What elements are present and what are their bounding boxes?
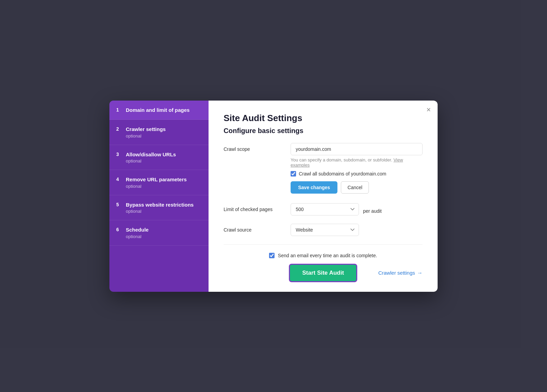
- crawl-scope-hint: You can specify a domain, subdomain, or …: [291, 157, 423, 168]
- sidebar-content-2: Crawler settings optional: [126, 126, 166, 139]
- crawl-source-select[interactable]: WebsiteSitemapWebsite and sitemap: [291, 224, 359, 236]
- sidebar-subtitle-6: optional: [126, 234, 149, 239]
- crawler-settings-link[interactable]: Crawler settings →: [378, 270, 423, 276]
- crawl-source-row: Crawl source WebsiteSitemapWebsite and s…: [224, 224, 423, 236]
- subdomain-checkbox-row: Crawl all subdomains of yourdomain.com: [291, 171, 423, 177]
- save-cancel-buttons: Save changes Cancel: [291, 181, 423, 194]
- sidebar-number-1: 1: [116, 107, 122, 113]
- sidebar-item-3[interactable]: 3 Allow/disallow URLs optional: [109, 145, 209, 170]
- cancel-button[interactable]: Cancel: [341, 181, 369, 194]
- sidebar-subtitle-5: optional: [126, 209, 194, 214]
- start-audit-button[interactable]: Start Site Audit: [289, 264, 357, 282]
- sidebar: 1 Domain and limit of pages 2 Crawler se…: [109, 101, 209, 292]
- sidebar-content-6: Schedule optional: [126, 226, 149, 239]
- sidebar-content-3: Allow/disallow URLs optional: [126, 151, 176, 164]
- sidebar-subtitle-3: optional: [126, 158, 176, 164]
- email-checkbox[interactable]: [269, 253, 275, 258]
- sidebar-item-5[interactable]: 5 Bypass website restrictions optional: [109, 195, 209, 221]
- per-audit-label: per audit: [363, 205, 382, 214]
- save-changes-button[interactable]: Save changes: [291, 181, 337, 194]
- sidebar-number-5: 5: [116, 202, 122, 207]
- limit-select[interactable]: 1005001000500010000: [291, 203, 359, 215]
- limit-row: Limit of checked pages 10050010005000100…: [224, 203, 423, 215]
- sidebar-title-5: Bypass website restrictions: [126, 201, 194, 208]
- crawl-scope-controls: You can specify a domain, subdomain, or …: [291, 143, 423, 195]
- footer-area: Send an email every time an audit is com…: [224, 244, 423, 282]
- close-button[interactable]: ×: [426, 106, 431, 114]
- sidebar-item-2[interactable]: 2 Crawler settings optional: [109, 120, 209, 145]
- sidebar-number-2: 2: [116, 126, 122, 132]
- sidebar-number-6: 6: [116, 227, 122, 232]
- modal-overlay: 1 Domain and limit of pages 2 Crawler se…: [0, 0, 547, 392]
- sidebar-title-6: Schedule: [126, 226, 149, 233]
- sidebar-number-3: 3: [116, 152, 122, 157]
- crawl-scope-row: Crawl scope You can specify a domain, su…: [224, 143, 423, 195]
- subdomain-checkbox-label: Crawl all subdomains of yourdomain.com: [299, 171, 386, 177]
- modal-title: Site Audit Settings: [224, 113, 423, 123]
- sidebar-number-4: 4: [116, 177, 122, 182]
- email-label: Send an email every time an audit is com…: [278, 253, 377, 258]
- sidebar-item-4[interactable]: 4 Remove URL parameters optional: [109, 170, 209, 195]
- sidebar-content-1: Domain and limit of pages: [126, 107, 190, 114]
- sidebar-subtitle-4: optional: [126, 184, 187, 189]
- sidebar-title-1: Domain and limit of pages: [126, 107, 190, 114]
- crawl-scope-label: Crawl scope: [224, 143, 285, 152]
- email-checkbox-row: Send an email every time an audit is com…: [269, 253, 377, 258]
- sidebar-title-4: Remove URL parameters: [126, 176, 187, 183]
- limit-controls: 1005001000500010000 per audit: [291, 203, 382, 215]
- sidebar-item-1[interactable]: 1 Domain and limit of pages: [109, 101, 209, 120]
- subdomain-checkbox[interactable]: [291, 171, 296, 177]
- sidebar-title-3: Allow/disallow URLs: [126, 151, 176, 158]
- arrow-icon: →: [417, 270, 423, 276]
- sidebar-content-5: Bypass website restrictions optional: [126, 201, 194, 214]
- footer-buttons: Start Site Audit Crawler settings →: [224, 264, 423, 282]
- main-panel: × Site Audit Settings Configure basic se…: [209, 101, 438, 292]
- limit-label: Limit of checked pages: [224, 203, 285, 212]
- sidebar-title-2: Crawler settings: [126, 126, 166, 133]
- sidebar-content-4: Remove URL parameters optional: [126, 176, 187, 189]
- sidebar-subtitle-2: optional: [126, 133, 166, 139]
- modal-wrapper: 1 Domain and limit of pages 2 Crawler se…: [109, 101, 438, 292]
- crawl-scope-input[interactable]: [291, 143, 423, 155]
- section-title: Configure basic settings: [224, 127, 423, 135]
- sidebar-item-6[interactable]: 6 Schedule optional: [109, 220, 209, 246]
- crawl-source-label: Crawl source: [224, 224, 285, 233]
